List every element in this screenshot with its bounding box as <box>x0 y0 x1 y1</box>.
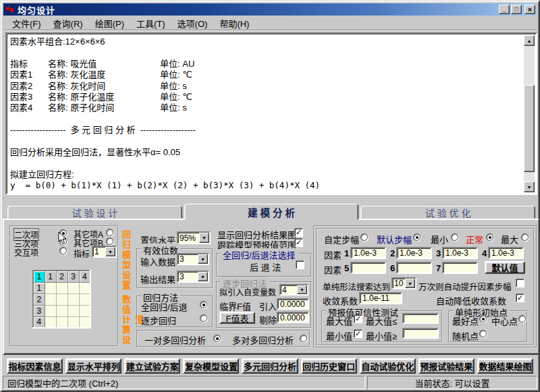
menu-file[interactable]: 文件(F) <box>6 16 47 31</box>
dropdown-arrow-icon[interactable]: ▼ <box>198 272 208 281</box>
create-test-plan-button[interactable]: 建立试验方案 <box>124 358 180 374</box>
dropdown-arrow-icon[interactable]: ▼ <box>105 247 115 256</box>
radio-best-point[interactable] <box>479 315 487 323</box>
vars-dropdown[interactable]: 4 ▼ <box>279 284 308 296</box>
radio-many-to-many[interactable] <box>300 335 307 342</box>
grid-cell[interactable] <box>45 293 56 305</box>
close-button[interactable]: × <box>524 5 535 14</box>
default-values-button[interactable]: 默认值 <box>485 261 525 274</box>
grid-col-header[interactable]: 2 <box>56 271 68 282</box>
auto-test-optimization-button[interactable]: 自动试验优化 <box>360 358 416 374</box>
min-condition-field[interactable] <box>402 328 439 339</box>
complex-model-settings-button[interactable]: 复杂模型设置 <box>183 358 239 374</box>
radio-size-min[interactable] <box>451 233 458 241</box>
dropdown-arrow-icon[interactable]: ▼ <box>198 254 208 264</box>
convergence-field[interactable] <box>359 292 402 304</box>
regression-history-button[interactable]: 回归历史窗口 <box>301 358 357 374</box>
factor4-step-field[interactable] <box>488 247 524 259</box>
checkbox-auto-boost-step[interactable]: ✓ <box>516 279 524 287</box>
indicator-factor-info-button[interactable]: 指标因素信息 <box>7 358 63 374</box>
multiple-regression-button[interactable]: 多元回归分析 <box>242 358 298 374</box>
indicator-dropdown[interactable]: 1 ▼ <box>92 246 117 258</box>
factor7-step-field[interactable] <box>442 262 478 274</box>
show-level-arrangement-button[interactable]: 显示水平排列 <box>65 358 122 374</box>
grid-cell[interactable] <box>79 305 90 316</box>
grid-row-header[interactable]: 2 <box>33 293 45 305</box>
tab-experiment-optimization[interactable]: 试 验 优 化 <box>360 206 535 219</box>
grid-cell[interactable] <box>56 305 68 316</box>
grid-cell[interactable] <box>45 282 56 293</box>
tab-modeling-analysis[interactable]: 建 模 分 析 <box>184 204 359 220</box>
remove-f-field[interactable] <box>277 312 309 323</box>
menu-query[interactable]: 查询(R) <box>47 16 89 31</box>
scrollbar-thumb[interactable] <box>524 85 535 172</box>
vertical-scrollbar[interactable]: ▲ ▼ <box>524 35 535 192</box>
checkbox-max-value[interactable]: ✓ <box>354 314 362 323</box>
radio-full-regression[interactable] <box>200 301 207 308</box>
radio-one-to-many[interactable] <box>213 335 221 342</box>
grid-cell[interactable] <box>79 316 90 328</box>
app-icon[interactable] <box>5 5 16 14</box>
factor5-step-field[interactable] <box>350 262 386 274</box>
grid-row-header[interactable]: 1 <box>33 282 45 293</box>
dropdown-arrow-icon[interactable]: ▼ <box>405 279 415 288</box>
radio-size-normal[interactable] <box>486 233 493 241</box>
radio-other-term-a[interactable] <box>106 229 113 236</box>
radio-other-term-b[interactable] <box>106 237 113 245</box>
factor6-step-field[interactable] <box>396 262 432 274</box>
radio-stepwise-regression[interactable] <box>200 314 207 322</box>
output-digits-dropdown[interactable]: 3 ▼ <box>177 271 209 283</box>
simplex-times-dropdown[interactable]: 10 ▼ <box>392 277 416 289</box>
minimize-button[interactable]: _ <box>499 5 510 14</box>
grid-cell[interactable] <box>56 293 68 305</box>
predict-test-result-button[interactable]: 预报试验结果 <box>418 358 475 374</box>
maximize-button[interactable]: □ <box>511 5 522 14</box>
radio-interaction-term[interactable] <box>59 247 67 254</box>
grid-cell[interactable] <box>68 282 79 293</box>
grid-col-header[interactable]: 4 <box>79 271 90 282</box>
radio-default-step[interactable] <box>413 233 421 241</box>
menu-plot[interactable]: 绘图(P) <box>89 16 130 31</box>
grid-col-header[interactable]: 3 <box>68 271 79 282</box>
checkbox-track-prediction-range[interactable]: ✓ <box>294 238 303 247</box>
scroll-down-button[interactable]: ▼ <box>524 181 535 192</box>
grid-col-header[interactable]: 1 <box>45 271 56 282</box>
grid-corner-cell[interactable]: 1 <box>33 271 45 282</box>
menu-tools[interactable]: 工具(T) <box>130 16 171 31</box>
radio-size-max[interactable] <box>521 233 529 241</box>
data-result-plot-button[interactable]: 数据结果绘图 <box>477 358 533 374</box>
grid-cell[interactable] <box>56 282 68 293</box>
factor3-step-field[interactable] <box>442 247 478 259</box>
menu-help[interactable]: 帮助(H) <box>213 16 255 31</box>
grid-cell[interactable] <box>45 316 56 328</box>
dropdown-arrow-icon[interactable]: ▼ <box>297 285 307 294</box>
f-table-button[interactable]: F值表 <box>219 312 255 324</box>
grid-cell[interactable] <box>68 305 79 316</box>
grid-cell[interactable] <box>45 305 56 316</box>
grid-cell[interactable] <box>79 282 90 293</box>
checkbox-backward-method[interactable]: ✓ <box>296 260 304 269</box>
enter-f-field[interactable] <box>277 298 309 310</box>
output-area[interactable]: 因素水平组合:12×6×6×6 指标名称: 吸光值单位: AU 因素1名称: 灰… <box>5 32 537 195</box>
grid-row-header[interactable]: 3 <box>33 305 45 316</box>
checkbox-show-result-chart[interactable]: ✓ <box>294 228 303 237</box>
grid-cell[interactable] <box>79 293 90 305</box>
confidence-dropdown[interactable]: 95% ▼ <box>177 231 211 244</box>
checkbox-auto-reduce-convergence[interactable]: ✓ <box>516 293 524 302</box>
scroll-up-button[interactable]: ▲ <box>524 35 535 46</box>
menu-options[interactable]: 选项(O) <box>171 16 214 31</box>
factor1-step-field[interactable] <box>350 247 386 259</box>
radio-center-point[interactable] <box>518 315 526 323</box>
grid-cell[interactable] <box>56 316 68 328</box>
tab-experiment-design[interactable]: 试 验 设 计 <box>7 206 182 219</box>
grid-cell[interactable] <box>68 293 79 305</box>
dropdown-arrow-icon[interactable]: ▼ <box>199 233 209 243</box>
radio-custom-step[interactable] <box>360 233 368 241</box>
input-digits-dropdown[interactable]: 3 ▼ <box>177 253 209 265</box>
checkbox-min-value[interactable]: ✓ <box>354 329 362 338</box>
grid-row-header[interactable]: 4 <box>33 316 45 328</box>
radio-random-point[interactable] <box>479 330 487 337</box>
grid-cell[interactable] <box>68 316 79 328</box>
max-condition-field[interactable] <box>402 313 439 324</box>
factor2-step-field[interactable] <box>396 247 432 259</box>
